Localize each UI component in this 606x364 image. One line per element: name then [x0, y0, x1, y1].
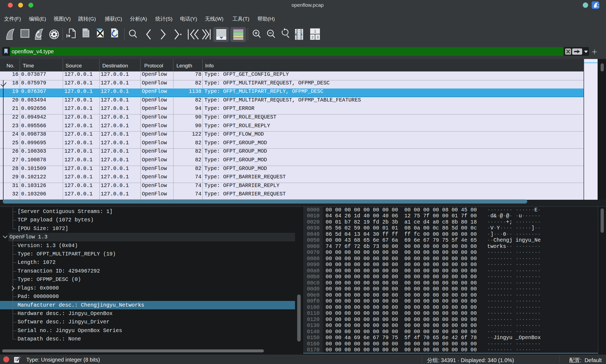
- svg-text:2: 2: [312, 35, 313, 39]
- svg-text:1: 1: [314, 29, 316, 33]
- svg-text:3: 3: [317, 35, 319, 39]
